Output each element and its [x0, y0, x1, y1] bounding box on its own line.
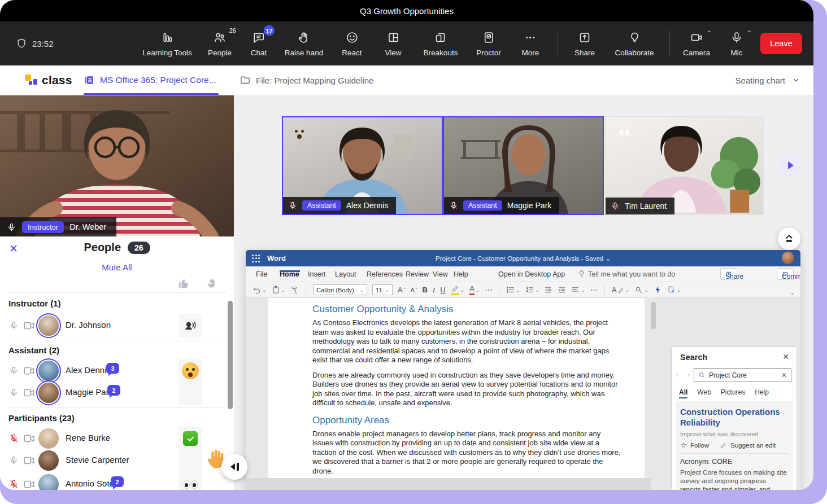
collaborate-button[interactable]: Collaborate [615, 30, 654, 57]
menu-layout[interactable]: Layout [335, 270, 356, 278]
word-comments-button[interactable]: Comments [777, 268, 794, 280]
font-color-button[interactable]: A⌄ [469, 284, 480, 295]
more-paragraph-button[interactable]: ⋯ [590, 286, 598, 294]
chat-count-badge[interactable]: 2 [111, 476, 124, 487]
clear-search-icon[interactable]: ✕ [781, 371, 787, 379]
video-tile-maggie-park[interactable]: Assistant Maggie Park [443, 116, 604, 215]
mute-all-button[interactable]: Mute All [0, 262, 234, 272]
scroll-to-top-button[interactable] [778, 227, 800, 250]
view-button[interactable]: View [385, 30, 401, 57]
mic-button[interactable]: ⌄ Mic [730, 30, 743, 57]
tab-ms-office-365[interactable]: MS Office 365: Project Core... [84, 65, 216, 95]
mic-muted-icon[interactable] [9, 479, 19, 489]
menu-file[interactable]: File [256, 270, 267, 278]
person-row[interactable]: Alex Dennis 3 [0, 359, 234, 383]
collapse-panel-button[interactable] [221, 454, 247, 480]
more-font-button[interactable]: ⋯ [485, 286, 492, 294]
numbered-list-button[interactable]: ⌄ [525, 286, 539, 294]
mic-muted-icon[interactable] [9, 433, 19, 443]
decrease-indent-button[interactable] [544, 286, 552, 294]
follow-button[interactable]: Follow [690, 442, 709, 449]
breakouts-button[interactable]: Breakouts [424, 30, 458, 57]
person-row[interactable]: Antonio Soto 2 [0, 472, 234, 490]
proctor-button[interactable]: Proctor [476, 30, 501, 57]
styles-button[interactable]: A⌄ [612, 286, 629, 294]
person-row[interactable]: Stevie Carpenter [0, 449, 234, 472]
format-painter-button[interactable] [290, 286, 299, 294]
paste-button[interactable]: ⌄ [272, 286, 286, 294]
suggest-edit-button[interactable]: Suggest an edit [730, 442, 776, 449]
reuse-files-button[interactable]: ⌄ [667, 286, 681, 294]
camera-on-icon[interactable] [24, 366, 34, 375]
menu-open-desktop[interactable]: Open in Desktop App [498, 270, 565, 278]
thumbs-up-icon[interactable] [177, 277, 190, 290]
learning-tools-button[interactable]: Learning Tools [142, 30, 192, 57]
raised-hand-outline-icon[interactable] [206, 277, 218, 290]
camera-chevron-icon[interactable]: ⌄ [707, 27, 712, 34]
video-tile-tim-laurent[interactable]: Tim Laurent [605, 116, 764, 215]
camera-on-icon[interactable] [24, 388, 34, 397]
camera-on-icon[interactable] [24, 434, 34, 443]
document-page[interactable]: Customer Opportunity & Analysis As Conto… [268, 298, 645, 478]
result-title[interactable]: Construction Operations Reliability [680, 406, 789, 428]
tab-all[interactable]: All [679, 388, 687, 398]
camera-button[interactable]: ⌄ Camera [683, 30, 710, 57]
mic-on-icon[interactable] [9, 388, 19, 397]
search-input[interactable]: Project Core ✕ [694, 368, 791, 382]
mic-chevron-icon[interactable]: ⌄ [747, 27, 752, 34]
close-icon[interactable]: ✕ [782, 352, 789, 361]
person-row[interactable]: Dr. Johnson [0, 314, 234, 338]
menu-help[interactable]: Help [454, 270, 468, 278]
word-doc-title[interactable]: Project Core - Customer Opportunity and … [246, 255, 800, 262]
people-scrollbar[interactable] [228, 301, 233, 409]
bold-button[interactable]: B [422, 286, 427, 294]
seating-chart-dropdown[interactable]: Seating chart [735, 65, 800, 95]
camera-on-icon[interactable] [24, 480, 34, 489]
react-button[interactable]: React [342, 30, 362, 57]
tab-web[interactable]: Web [697, 388, 711, 398]
editor-button[interactable] [654, 286, 662, 294]
more-button[interactable]: More [522, 30, 539, 57]
raise-hand-button[interactable]: Raise hand [285, 30, 323, 57]
highlight-button[interactable]: ⌄ [451, 284, 465, 295]
chat-button[interactable]: 17 Chat [251, 30, 267, 57]
font-size-select[interactable]: 11⌄ [372, 284, 393, 295]
ribbon-collapse-chevron[interactable]: ⌄ [790, 290, 795, 296]
menu-insert[interactable]: Insert [308, 270, 325, 278]
mic-on-icon[interactable] [9, 321, 19, 330]
menu-view[interactable]: View [433, 270, 448, 278]
word-account-avatar[interactable] [782, 252, 794, 264]
camera-on-icon[interactable] [24, 456, 34, 465]
document-scrollbar[interactable] [651, 302, 656, 329]
undo-button[interactable]: ⌄ [253, 286, 267, 294]
align-button[interactable]: ⌄ [571, 286, 585, 294]
grow-font-button[interactable]: Aˆ [398, 286, 405, 294]
instructor-video-tile[interactable]: Instructor Dr. Weber [0, 95, 234, 236]
italic-button[interactable]: I [433, 286, 435, 295]
chat-count-badge[interactable]: 2 [107, 385, 120, 396]
bullet-list-button[interactable]: ⌄ [506, 286, 520, 294]
person-row[interactable]: Rene Burke [0, 427, 234, 450]
shrink-font-button[interactable]: Aˇ [410, 287, 417, 293]
mic-on-icon[interactable] [9, 455, 19, 465]
tab-help[interactable]: Help [755, 388, 769, 398]
next-videos-button[interactable] [778, 154, 801, 177]
tab-file-project-mapping[interactable]: File: Project Mapping Guideline [240, 65, 373, 95]
tell-me-box[interactable]: Tell me what you want to do [588, 270, 675, 278]
mic-on-icon[interactable] [9, 366, 19, 375]
camera-on-icon[interactable] [24, 321, 34, 330]
menu-references[interactable]: References [367, 270, 403, 278]
leave-button[interactable]: Leave [760, 33, 802, 54]
find-button[interactable]: ⌄ [634, 286, 648, 294]
font-name-select[interactable]: Calibri (Body)⌄ [313, 284, 367, 295]
underline-button[interactable]: U [440, 286, 445, 294]
menu-review[interactable]: Review [406, 270, 429, 278]
video-tile-alex-dennis[interactable]: Assistant Alex Dennis [282, 116, 443, 215]
people-button[interactable]: 26 People [208, 30, 232, 57]
search-nav-arrows[interactable]: ‹ › [676, 370, 693, 379]
share-button[interactable]: Share [574, 30, 595, 57]
increase-indent-button[interactable] [558, 286, 566, 294]
tab-pictures[interactable]: Pictures [721, 388, 745, 398]
chat-count-badge[interactable]: 3 [106, 363, 119, 374]
person-row[interactable]: Maggie Park 2 [0, 381, 234, 405]
